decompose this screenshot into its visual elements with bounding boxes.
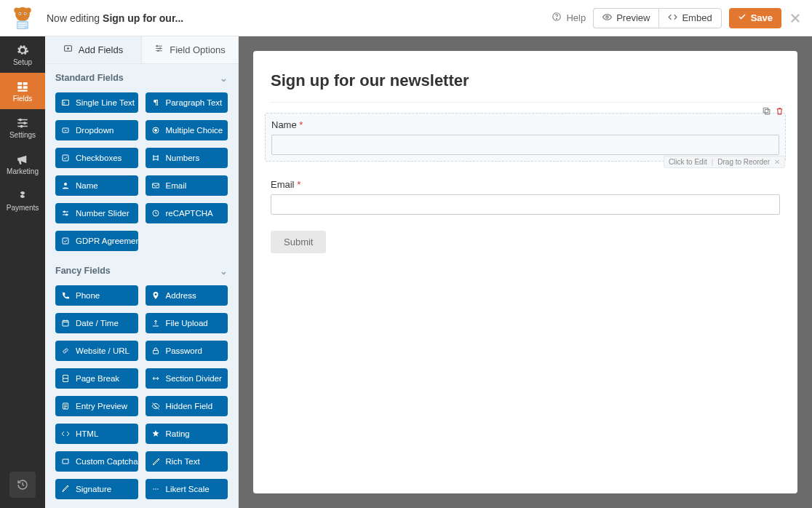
nav-fields[interactable]: Fields xyxy=(0,73,45,109)
svg-point-33 xyxy=(64,211,65,213)
phone-icon xyxy=(61,291,70,300)
single-line-text-icon xyxy=(61,98,70,107)
svg-rect-15 xyxy=(23,82,28,85)
tab-field-options[interactable]: Field Options xyxy=(142,36,238,63)
svg-point-34 xyxy=(66,214,68,215)
field-type-label: GDPR Agreement xyxy=(76,237,138,245)
field-type-website-url[interactable]: Website / URL xyxy=(55,341,138,361)
field-type-custom-captcha[interactable]: Custom Captcha xyxy=(55,451,138,472)
field-type-gdpr-agreement[interactable]: GDPR Agreement xyxy=(55,231,138,251)
svg-rect-30 xyxy=(63,155,68,161)
history-icon xyxy=(17,479,28,491)
website-url-icon xyxy=(61,346,70,355)
canvas-area: Sign up for our newsletter Name * Click … xyxy=(239,36,812,508)
field-type-email[interactable]: Email xyxy=(146,175,228,196)
preview-embed-group: Preview Embed xyxy=(593,8,721,28)
help-label: Help xyxy=(566,12,586,23)
fancy-fields-header[interactable]: Fancy Fields ⌄ xyxy=(45,257,238,282)
form-field-email[interactable]: Email * xyxy=(271,178,780,215)
form-canvas[interactable]: Sign up for our newsletter Name * Click … xyxy=(253,51,797,493)
svg-point-20 xyxy=(24,122,25,123)
svg-rect-17 xyxy=(23,86,28,89)
recaptcha-icon xyxy=(151,209,160,218)
title-divider xyxy=(271,102,780,103)
field-type-file-upload[interactable]: File Upload xyxy=(146,313,228,333)
eye-icon xyxy=(602,12,612,24)
nav-marketing[interactable]: Marketing xyxy=(0,146,45,182)
number-slider-icon xyxy=(61,209,70,218)
field-type-checkboxes[interactable]: Checkboxes xyxy=(55,148,138,168)
field-type-label: Password xyxy=(166,346,203,355)
svg-rect-14 xyxy=(17,82,22,85)
delete-field-button[interactable] xyxy=(773,105,785,116)
svg-rect-37 xyxy=(63,320,68,326)
field-type-label: Hidden Field xyxy=(166,402,213,410)
panel-tabs: Add Fields Field Options xyxy=(45,36,238,64)
field-type-likert-scale[interactable]: Likert Scale xyxy=(146,479,228,499)
check-icon xyxy=(738,12,747,23)
email-input[interactable] xyxy=(271,194,780,215)
form-title[interactable]: Sign up for our newsletter xyxy=(271,71,780,90)
required-asterisk: * xyxy=(297,179,300,190)
svg-point-13 xyxy=(606,15,608,17)
field-type-phone[interactable]: Phone xyxy=(55,285,138,306)
nav-setup[interactable]: Setup xyxy=(0,36,45,73)
page-break-icon xyxy=(61,374,70,383)
submit-button[interactable]: Submit xyxy=(271,231,326,253)
field-type-date-time[interactable]: Date / Time xyxy=(55,313,138,333)
field-type-signature[interactable]: Signature xyxy=(55,479,138,499)
svg-point-12 xyxy=(557,18,557,19)
field-label: Email * xyxy=(271,179,780,190)
field-type-label: Dropdown xyxy=(76,126,114,135)
entry-preview-icon xyxy=(61,402,70,410)
preview-button[interactable]: Preview xyxy=(593,8,658,28)
standard-fields-header[interactable]: Standard Fields ⌄ xyxy=(45,64,238,90)
field-type-address[interactable]: Address xyxy=(146,285,228,306)
signature-icon xyxy=(61,485,70,493)
field-type-recaptcha[interactable]: reCAPTCHA xyxy=(146,203,228,223)
nav-settings[interactable]: Settings xyxy=(0,109,45,146)
field-type-multiple-choice[interactable]: Multiple Choice xyxy=(146,120,228,140)
password-icon xyxy=(151,346,160,355)
field-type-paragraph-text[interactable]: Paragraph Text xyxy=(146,92,228,113)
svg-point-21 xyxy=(20,125,22,127)
field-type-section-divider[interactable]: Section Divider xyxy=(146,368,228,389)
form-field-name[interactable]: Name * Click to Edit | Drag to Reorder ✕ xyxy=(265,113,786,162)
svg-point-25 xyxy=(158,50,159,52)
history-button[interactable] xyxy=(9,472,36,498)
hint-close-icon[interactable]: ✕ xyxy=(774,158,780,166)
field-type-rating[interactable]: Rating xyxy=(146,424,228,444)
field-type-numbers[interactable]: Numbers xyxy=(146,148,228,168)
tab-add-fields[interactable]: Add Fields xyxy=(45,36,142,63)
help-icon xyxy=(552,12,562,24)
field-type-password[interactable]: Password xyxy=(146,341,228,361)
close-icon[interactable] xyxy=(789,12,802,25)
name-input[interactable] xyxy=(271,135,779,155)
svg-point-42 xyxy=(153,488,154,490)
field-type-label: Checkboxes xyxy=(76,154,122,162)
field-type-number-slider[interactable]: Number Slider xyxy=(55,203,138,223)
likert-scale-icon xyxy=(151,485,160,493)
fancy-fields-grid: PhoneAddressDate / TimeFile UploadWebsit… xyxy=(45,282,238,505)
duplicate-field-button[interactable] xyxy=(760,105,772,116)
field-type-dropdown[interactable]: Dropdown xyxy=(55,120,138,140)
field-type-entry-preview[interactable]: Entry Preview xyxy=(55,396,138,416)
field-type-label: Rich Text xyxy=(166,457,200,466)
editing-label: Now editing Sign up for our... xyxy=(47,12,183,24)
field-type-single-line-text[interactable]: Single Line Text xyxy=(55,92,138,113)
code-icon xyxy=(668,12,677,24)
field-type-name[interactable]: Name xyxy=(55,175,138,196)
field-type-html[interactable]: HTML xyxy=(55,424,138,444)
save-button[interactable]: Save xyxy=(729,8,781,28)
svg-point-2 xyxy=(26,7,31,12)
help-link[interactable]: Help xyxy=(552,12,586,24)
nav-payments[interactable]: Payments xyxy=(0,182,45,218)
field-type-hidden-field[interactable]: Hidden Field xyxy=(146,396,228,416)
field-type-page-break[interactable]: Page Break xyxy=(55,368,138,389)
field-toolbar xyxy=(760,105,785,116)
field-type-rich-text[interactable]: Rich Text xyxy=(146,451,228,472)
svg-point-19 xyxy=(20,119,21,120)
embed-button[interactable]: Embed xyxy=(658,8,721,28)
field-type-label: Website / URL xyxy=(76,346,130,355)
multiple-choice-icon xyxy=(151,126,160,135)
